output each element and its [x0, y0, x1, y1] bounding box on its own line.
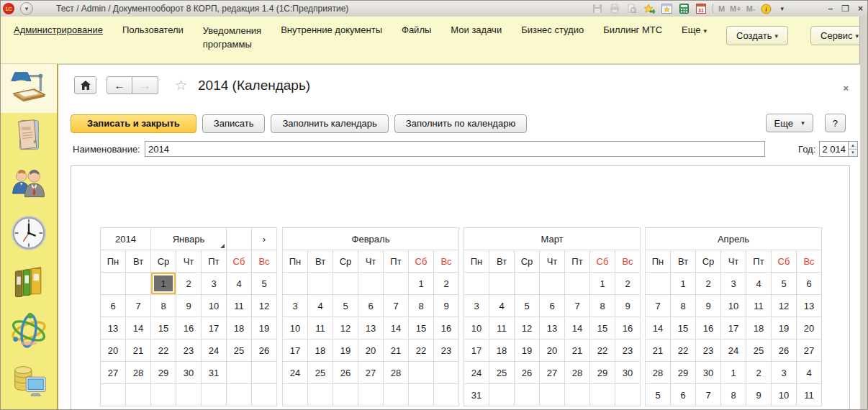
day-cell[interactable]: 6 — [671, 384, 696, 406]
day-cell[interactable]: 25 — [489, 362, 515, 384]
day-cell[interactable]: 3 — [202, 273, 227, 295]
day-cell[interactable]: 23 — [696, 340, 721, 362]
day-cell[interactable]: 13 — [358, 317, 384, 340]
day-cell[interactable]: 1 — [590, 273, 615, 295]
day-cell[interactable]: 9 — [615, 295, 641, 317]
day-cell[interactable]: 19 — [333, 340, 358, 362]
day-cell[interactable]: 31 — [202, 362, 227, 384]
day-cell[interactable]: 5 — [515, 295, 540, 317]
menu-item-more[interactable]: Еще▾ — [682, 24, 707, 35]
day-cell[interactable]: 10 — [772, 384, 797, 406]
day-cell[interactable]: 26 — [772, 340, 797, 362]
day-cell[interactable]: 30 — [615, 362, 641, 384]
day-cell[interactable]: 10 — [721, 295, 746, 317]
day-cell[interactable]: 17 — [721, 317, 746, 340]
day-cell[interactable]: 14 — [384, 317, 409, 340]
day-cell[interactable]: 19 — [515, 340, 540, 362]
day-cell[interactable]: 8 — [721, 384, 746, 406]
day-cell[interactable]: 1 — [721, 362, 746, 384]
day-cell[interactable]: 11 — [746, 295, 772, 317]
day-cell[interactable]: 9 — [176, 295, 202, 317]
day-cell[interactable]: 7 — [646, 295, 671, 317]
memory-m-minus-button[interactable]: M- — [746, 4, 756, 13]
print-icon[interactable] — [609, 3, 621, 14]
day-cell[interactable]: 8 — [409, 295, 434, 317]
day-cell[interactable]: 27 — [101, 362, 126, 384]
day-cell[interactable]: 1 — [409, 273, 434, 295]
day-cell[interactable]: 2 — [176, 273, 202, 295]
forward-button[interactable]: → — [132, 76, 158, 94]
day-cell[interactable]: 15 — [590, 317, 615, 340]
favorite-star-icon[interactable]: ☆ — [175, 78, 187, 92]
fill-calendar-button[interactable]: Заполнить календарь — [271, 114, 388, 133]
day-cell[interactable]: 8 — [151, 295, 176, 317]
day-cell[interactable]: 29 — [671, 362, 696, 384]
day-cell[interactable]: 19 — [772, 317, 797, 340]
close-icon[interactable]: × — [858, 4, 863, 13]
save-button[interactable]: Записать — [202, 114, 266, 133]
day-cell[interactable]: 29 — [151, 362, 176, 384]
day-cell[interactable]: 20 — [540, 340, 565, 362]
day-cell[interactable]: 6 — [797, 273, 822, 295]
menu-item-billing-mts[interactable]: Биллинг МТС — [603, 24, 662, 35]
day-cell[interactable]: 12 — [333, 317, 358, 340]
sidebar-item-desk-lamp[interactable] — [1, 65, 57, 110]
day-cell[interactable]: 9 — [746, 384, 772, 406]
month-select[interactable]: Январь — [151, 228, 227, 250]
day-cell[interactable]: 4 — [746, 273, 772, 295]
day-cell[interactable]: 28 — [384, 362, 409, 384]
day-cell[interactable]: 3 — [283, 295, 308, 317]
sidebar-item-database-computer[interactable] — [1, 357, 57, 402]
home-button[interactable] — [74, 76, 96, 94]
day-cell[interactable]: 23 — [615, 340, 641, 362]
maximize-icon[interactable]: ❒ — [841, 4, 849, 13]
day-cell[interactable]: 9 — [696, 295, 721, 317]
create-button[interactable]: Создать▾ — [726, 26, 788, 45]
day-cell[interactable]: 5 — [333, 295, 358, 317]
day-cell[interactable]: 4 — [797, 362, 822, 384]
day-cell[interactable]: 5 — [646, 384, 671, 406]
calendar-icon[interactable]: 31 — [695, 3, 707, 14]
day-cell[interactable]: 18 — [227, 317, 252, 340]
menu-item-users[interactable]: Пользователи — [122, 24, 184, 35]
day-cell[interactable]: 2 — [434, 273, 459, 295]
day-cell[interactable]: 25 — [227, 340, 252, 362]
day-cell[interactable]: 21 — [126, 340, 151, 362]
next-month-button[interactable]: › — [252, 228, 277, 250]
save-and-close-button[interactable]: Записать и закрыть — [71, 114, 196, 133]
day-cell[interactable]: 31 — [464, 384, 489, 406]
day-cell[interactable]: 5 — [252, 273, 277, 295]
day-cell[interactable]: 26 — [252, 340, 277, 362]
day-cell[interactable]: 23 — [434, 340, 459, 362]
day-cell[interactable]: 26 — [333, 362, 358, 384]
print-preview-icon[interactable] — [626, 3, 638, 14]
day-cell[interactable]: 22 — [671, 340, 696, 362]
day-cell[interactable]: 8 — [671, 295, 696, 317]
day-cell[interactable]: 19 — [252, 317, 277, 340]
menu-item-administration[interactable]: Администрирование — [14, 24, 103, 35]
day-cell[interactable]: 3 — [464, 295, 489, 317]
add-favorite-icon[interactable] — [643, 3, 656, 14]
day-cell[interactable]: 29 — [590, 362, 615, 384]
day-cell[interactable]: 15 — [671, 317, 696, 340]
more-button[interactable]: Еще ▾ — [766, 114, 813, 132]
day-cell[interactable]: 2 — [615, 273, 641, 295]
day-cell[interactable]: 11 — [797, 384, 822, 406]
day-cell[interactable]: 12 — [515, 317, 540, 340]
day-cell[interactable]: 2 — [746, 362, 772, 384]
day-cell[interactable]: 14 — [565, 317, 590, 340]
day-cell[interactable]: 27 — [540, 362, 565, 384]
system-menu-button[interactable]: ▼ — [20, 2, 33, 15]
spinner-up-icon[interactable]: ▲ — [849, 142, 857, 150]
year-input[interactable] — [819, 141, 848, 157]
day-cell[interactable]: 11 — [308, 317, 333, 340]
day-cell[interactable]: 28 — [646, 362, 671, 384]
day-cell[interactable]: 24 — [283, 362, 308, 384]
menu-item-internal-documents[interactable]: Внутренние документы — [281, 24, 382, 35]
sidebar-item-document-folder[interactable] — [1, 113, 57, 158]
day-cell[interactable]: 22 — [590, 340, 615, 362]
day-cell[interactable]: 13 — [797, 295, 822, 317]
back-button[interactable]: ← — [107, 76, 132, 94]
day-cell[interactable]: 21 — [646, 340, 671, 362]
day-cell[interactable]: 18 — [308, 340, 333, 362]
